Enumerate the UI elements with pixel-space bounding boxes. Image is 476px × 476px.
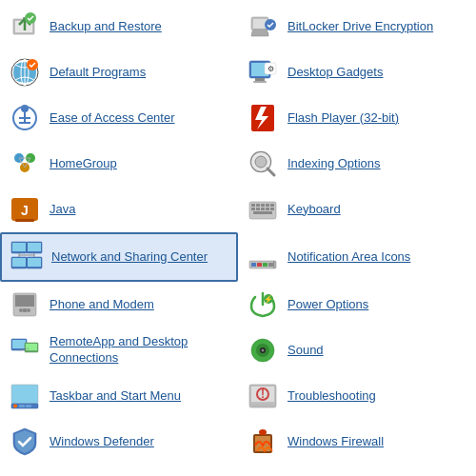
phone-icon bbox=[8, 288, 42, 322]
bitlocker-label: BitLocker Drive Encryption bbox=[288, 19, 433, 35]
svg-rect-53 bbox=[12, 258, 26, 267]
svg-rect-70 bbox=[23, 308, 27, 312]
item-indexing[interactable]: Indexing Options bbox=[238, 141, 476, 187]
windows-firewall-label: Windows Firewall bbox=[288, 434, 384, 450]
svg-text:⚡: ⚡ bbox=[264, 294, 273, 304]
svg-rect-14 bbox=[255, 78, 265, 81]
homegroup-icon bbox=[8, 147, 42, 181]
taskbar-label: Taskbar and Start Menu bbox=[50, 388, 181, 405]
svg-rect-44 bbox=[261, 208, 265, 210]
item-notification-area[interactable]: Notification Area Icons bbox=[238, 232, 476, 282]
svg-rect-86 bbox=[19, 405, 25, 407]
network-sharing-label: Network and Sharing Center bbox=[51, 249, 208, 266]
svg-point-85 bbox=[13, 405, 17, 408]
svg-line-32 bbox=[268, 169, 274, 175]
indexing-label: Indexing Options bbox=[288, 156, 381, 172]
item-homegroup[interactable]: HomeGroup bbox=[0, 141, 238, 187]
item-default-programs[interactable]: Default Programs bbox=[0, 50, 238, 95]
notification-icon bbox=[246, 240, 280, 274]
network-icon bbox=[10, 240, 44, 274]
item-windows-defender[interactable]: Windows Defender bbox=[0, 419, 238, 465]
flash-icon bbox=[246, 101, 280, 135]
java-label: Java bbox=[50, 202, 75, 218]
svg-rect-46 bbox=[270, 208, 274, 210]
item-taskbar[interactable]: Taskbar and Start Menu bbox=[0, 373, 238, 419]
item-sound[interactable]: Sound bbox=[238, 327, 476, 373]
phone-modem-label: Phone and Modem bbox=[50, 297, 154, 313]
svg-rect-90 bbox=[251, 404, 274, 407]
keyboard-icon bbox=[246, 192, 280, 227]
ease-of-access-icon bbox=[8, 101, 42, 135]
troubleshooting-label: Troubleshooting bbox=[288, 388, 376, 405]
svg-rect-41 bbox=[270, 204, 274, 207]
item-power-options[interactable]: ⚡ Power Options bbox=[238, 282, 476, 327]
control-panel-grid: Backup and Restore BitLocker Drive Encry… bbox=[0, 0, 476, 468]
keyboard-label: Keyboard bbox=[288, 202, 341, 218]
item-phone-modem[interactable]: Phone and Modem bbox=[0, 282, 238, 327]
svg-text:J: J bbox=[21, 203, 29, 218]
item-network-sharing[interactable]: Network and Sharing Center bbox=[0, 232, 238, 282]
svg-rect-75 bbox=[12, 340, 26, 348]
remoteapp-icon bbox=[8, 333, 42, 367]
item-remoteapp[interactable]: RemoteApp and Desktop Connections bbox=[0, 327, 238, 373]
svg-point-82 bbox=[262, 349, 265, 352]
svg-rect-47 bbox=[253, 211, 272, 214]
item-flash-player[interactable]: Flash Player (32-bit) bbox=[238, 95, 476, 141]
svg-rect-63 bbox=[268, 263, 273, 267]
svg-rect-55 bbox=[28, 258, 41, 267]
bitlocker-icon bbox=[246, 10, 280, 44]
taskbar-icon bbox=[8, 379, 42, 413]
svg-point-68 bbox=[19, 308, 23, 312]
item-ease-of-access[interactable]: Ease of Access Center bbox=[0, 95, 238, 141]
svg-rect-15 bbox=[253, 81, 267, 83]
item-windows-firewall[interactable]: Windows Firewall bbox=[238, 419, 476, 465]
desktop-gadgets-icon: ⚙ bbox=[246, 55, 280, 89]
default-programs-icon bbox=[8, 55, 42, 89]
svg-rect-5 bbox=[253, 19, 267, 29]
remoteapp-label: RemoteApp and Desktop Connections bbox=[50, 334, 230, 367]
ease-of-access-label: Ease of Access Center bbox=[50, 110, 175, 127]
homegroup-label: HomeGroup bbox=[50, 156, 117, 172]
svg-point-95 bbox=[259, 429, 267, 435]
svg-rect-83 bbox=[11, 385, 38, 404]
item-java[interactable]: J Java bbox=[0, 187, 238, 232]
svg-rect-37 bbox=[251, 204, 255, 207]
defender-icon bbox=[8, 425, 42, 459]
firewall-icon bbox=[246, 425, 280, 459]
svg-rect-87 bbox=[26, 405, 31, 407]
svg-rect-35 bbox=[15, 219, 34, 222]
backup-restore-label: Backup and Restore bbox=[50, 19, 162, 35]
svg-rect-51 bbox=[28, 243, 41, 251]
svg-rect-40 bbox=[266, 204, 269, 207]
svg-rect-65 bbox=[274, 261, 276, 268]
svg-rect-45 bbox=[266, 208, 269, 210]
default-programs-label: Default Programs bbox=[50, 65, 146, 81]
windows-defender-label: Windows Defender bbox=[50, 434, 154, 450]
item-bitlocker[interactable]: BitLocker Drive Encryption bbox=[238, 4, 476, 50]
svg-rect-43 bbox=[256, 208, 260, 210]
desktop-gadgets-label: Desktop Gadgets bbox=[288, 65, 383, 81]
backup-icon bbox=[8, 10, 42, 44]
svg-rect-60 bbox=[251, 263, 256, 267]
java-icon: J bbox=[8, 192, 42, 227]
troubleshooting-icon: ! bbox=[246, 379, 280, 413]
svg-text:⚙: ⚙ bbox=[268, 65, 274, 73]
svg-rect-62 bbox=[263, 263, 268, 267]
svg-rect-42 bbox=[251, 208, 255, 210]
svg-rect-49 bbox=[12, 243, 26, 251]
item-keyboard[interactable]: Keyboard bbox=[238, 187, 476, 232]
svg-point-69 bbox=[27, 308, 30, 312]
sound-icon bbox=[246, 333, 280, 367]
svg-rect-77 bbox=[26, 344, 37, 350]
svg-rect-61 bbox=[257, 263, 262, 267]
notification-area-label: Notification Area Icons bbox=[288, 249, 410, 266]
indexing-icon bbox=[246, 147, 280, 181]
svg-point-31 bbox=[255, 156, 267, 168]
svg-rect-39 bbox=[261, 204, 265, 207]
item-backup-restore[interactable]: Backup and Restore bbox=[0, 4, 238, 50]
item-troubleshooting[interactable]: ! Troubleshooting bbox=[238, 373, 476, 419]
flash-player-label: Flash Player (32-bit) bbox=[288, 110, 399, 127]
sound-label: Sound bbox=[288, 343, 324, 359]
item-desktop-gadgets[interactable]: ⚙ Desktop Gadgets bbox=[238, 50, 476, 95]
svg-rect-67 bbox=[15, 295, 34, 307]
